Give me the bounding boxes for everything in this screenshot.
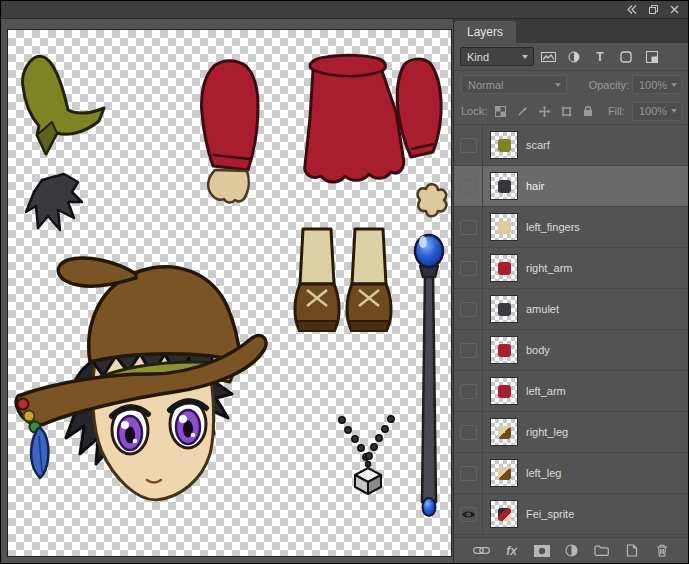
- layer-thumbnail[interactable]: [490, 459, 518, 487]
- layer-row-left_arm[interactable]: left_arm: [454, 371, 689, 412]
- lock-pixels-brush-icon[interactable]: [513, 103, 531, 120]
- layer-thumbnail-preview: [498, 262, 511, 275]
- layer-thumbnail[interactable]: [490, 131, 518, 159]
- filter-kind-label: Kind: [467, 51, 489, 63]
- character-left-eye: [112, 406, 148, 454]
- eye-icon: [461, 510, 476, 519]
- layer-thumbnail-preview: [498, 303, 511, 316]
- visibility-toggle[interactable]: [454, 412, 483, 452]
- visibility-toggle[interactable]: [454, 289, 483, 329]
- opacity-dropdown[interactable]: 100%: [632, 75, 682, 94]
- sprite-hair-piece: [26, 174, 82, 230]
- filter-smart-object-icon[interactable]: [640, 47, 664, 67]
- new-layer-icon[interactable]: [623, 542, 641, 560]
- visibility-toggle[interactable]: [454, 453, 483, 493]
- visibility-toggle[interactable]: [454, 125, 483, 165]
- sprite-left-leg: [347, 229, 391, 331]
- layers-panel: Layers Kind T Normal: [453, 19, 689, 563]
- add-layer-mask-icon[interactable]: [533, 542, 551, 560]
- visibility-toggle[interactable]: [454, 371, 483, 411]
- lock-artboard-icon[interactable]: [557, 103, 575, 120]
- visibility-box: [460, 384, 477, 399]
- layer-row-hair[interactable]: hair: [454, 166, 689, 207]
- filter-type-layers-icon[interactable]: T: [588, 47, 612, 67]
- layer-thumbnail-preview: [498, 344, 511, 357]
- fill-dropdown[interactable]: 100%: [632, 102, 682, 121]
- layer-thumbnail-preview: [498, 385, 511, 398]
- layer-thumbnail[interactable]: [490, 418, 518, 446]
- blend-row: Normal Opacity: 100%: [454, 71, 689, 98]
- layer-thumbnail[interactable]: [490, 500, 518, 528]
- canvas[interactable]: [7, 29, 452, 557]
- visibility-box: [460, 179, 477, 194]
- collapse-panels-icon[interactable]: [626, 4, 638, 16]
- filter-kind-dropdown[interactable]: Kind: [460, 47, 534, 66]
- opacity-label: Opacity:: [589, 79, 629, 91]
- filter-pixel-layers-icon[interactable]: [536, 47, 560, 67]
- chevron-down-icon: [671, 83, 677, 87]
- layer-thumbnail[interactable]: [490, 336, 518, 364]
- visibility-box: [460, 138, 477, 153]
- layer-name: left_leg: [526, 467, 561, 479]
- layer-row-right_leg[interactable]: right_leg: [454, 412, 689, 453]
- layer-name: right_leg: [526, 426, 568, 438]
- layer-name: left_fingers: [526, 221, 580, 233]
- visibility-toggle[interactable]: [454, 248, 483, 288]
- visibility-box: [460, 261, 477, 276]
- visibility-box: [460, 425, 477, 440]
- layer-name: Fei_sprite: [526, 508, 574, 520]
- sprite-body: [305, 55, 404, 182]
- layer-style-icon[interactable]: fx: [503, 542, 521, 560]
- layer-row-amulet[interactable]: amulet: [454, 289, 689, 330]
- link-layers-icon[interactable]: [473, 542, 491, 560]
- visibility-toggle[interactable]: [454, 166, 483, 206]
- layer-thumbnail-preview: [498, 139, 511, 152]
- layer-row-left_leg[interactable]: left_leg: [454, 453, 689, 494]
- chevron-down-icon: [522, 55, 528, 59]
- lock-position-move-icon[interactable]: [535, 103, 553, 120]
- filter-shape-layers-icon[interactable]: [614, 47, 638, 67]
- layer-name: left_arm: [526, 385, 566, 397]
- layer-thumbnail[interactable]: [490, 377, 518, 405]
- layer-row-Fei_sprite[interactable]: Fei_sprite: [454, 494, 689, 535]
- new-adjustment-layer-icon[interactable]: [563, 542, 581, 560]
- titlebar: [1, 1, 688, 19]
- filter-adjustment-layers-icon[interactable]: [562, 47, 586, 67]
- visibility-toggle[interactable]: [454, 494, 483, 534]
- sprite-left-fingers: [418, 184, 446, 216]
- sprite-right-leg: [295, 229, 339, 331]
- lock-transparency-icon[interactable]: [491, 103, 509, 120]
- layer-thumbnail[interactable]: [490, 254, 518, 282]
- blend-mode-dropdown[interactable]: Normal: [461, 75, 567, 94]
- application-window: Layers Kind T Normal: [0, 0, 689, 564]
- visibility-box: [460, 343, 477, 358]
- lock-all-icon[interactable]: [579, 103, 597, 120]
- visibility-box: [460, 220, 477, 235]
- layer-thumbnail[interactable]: [490, 295, 518, 323]
- layer-thumbnail[interactable]: [490, 172, 518, 200]
- opacity-value: 100%: [639, 79, 667, 91]
- delete-layer-icon[interactable]: [653, 542, 671, 560]
- visibility-box: [460, 507, 477, 522]
- layer-thumbnail[interactable]: [490, 213, 518, 241]
- sprite-scarf: [23, 56, 104, 154]
- panel-tab-bar: Layers: [454, 19, 689, 43]
- layer-row-right_arm[interactable]: right_arm: [454, 248, 689, 289]
- tab-layers[interactable]: Layers: [454, 21, 516, 43]
- sprite-character-head: [16, 258, 266, 500]
- visibility-box: [460, 302, 477, 317]
- restore-panel-icon[interactable]: [647, 4, 659, 16]
- visibility-toggle[interactable]: [454, 330, 483, 370]
- new-group-icon[interactable]: [593, 542, 611, 560]
- close-icon[interactable]: [668, 4, 680, 16]
- layer-thumbnail-preview: [498, 221, 511, 234]
- layer-name: body: [526, 344, 550, 356]
- visibility-toggle[interactable]: [454, 207, 483, 247]
- fill-label: Fill:: [608, 105, 625, 117]
- sprite-amulet: [339, 416, 394, 494]
- fill-value: 100%: [639, 105, 667, 117]
- layer-row-scarf[interactable]: scarf: [454, 125, 689, 166]
- layer-row-left_fingers[interactable]: left_fingers: [454, 207, 689, 248]
- character-right-eye: [170, 400, 206, 448]
- layer-row-body[interactable]: body: [454, 330, 689, 371]
